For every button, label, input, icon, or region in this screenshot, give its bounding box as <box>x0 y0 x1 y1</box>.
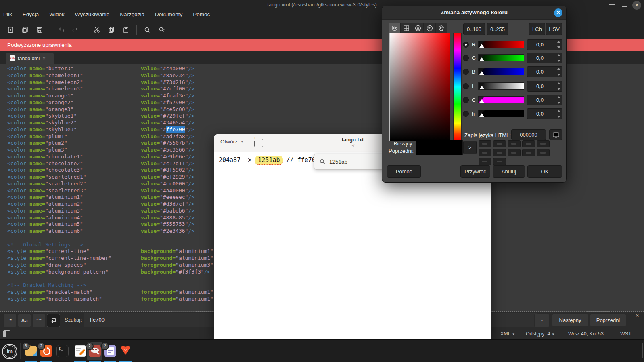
indent-selector[interactable]: Odstępy: 4 ▼ <box>526 328 555 339</box>
hsv-button[interactable]: HSV <box>546 23 562 35</box>
html-notation-input[interactable]: 000000 <box>511 129 546 140</box>
taskbar-app-file-manager[interactable]: 3 <box>25 345 37 357</box>
show-desktop-button[interactable] <box>642 343 643 358</box>
add-to-history-button[interactable]: > <box>463 141 477 154</box>
menu-dokumenty[interactable]: Dokumenty <box>155 11 182 17</box>
spinner-R[interactable] <box>556 40 561 49</box>
ok-button[interactable]: OK <box>527 165 562 178</box>
spinner-B[interactable] <box>556 67 561 76</box>
channel-value-h[interactable]: 0,0 <box>527 108 562 119</box>
history-swatch[interactable] <box>479 140 491 147</box>
gedit-text[interactable]: 204a87 ~> 1251ab // ffe700 <box>219 156 319 164</box>
channel-radio-B[interactable] <box>463 69 469 75</box>
menu-widok[interactable]: Widok <box>49 11 65 17</box>
channel-radio-C[interactable] <box>463 97 469 103</box>
save-button[interactable] <box>33 24 46 36</box>
close-icon[interactable]: × <box>632 1 641 10</box>
selector-tab-palette[interactable] <box>435 23 447 34</box>
side-panel-toggle-icon[interactable] <box>3 330 10 337</box>
taskbar-app-gimp[interactable]: 2 <box>89 345 101 357</box>
channel-radio-h[interactable] <box>463 111 469 117</box>
whole-word-button[interactable]: “” <box>32 314 46 327</box>
channel-slider-R[interactable] <box>478 41 524 48</box>
selector-tab-watercolor[interactable] <box>424 23 435 34</box>
channel-value-G[interactable]: 0,0 <box>527 53 562 63</box>
gedit-search-input[interactable]: 1251ab <box>329 159 347 165</box>
menu-wyszukiwanie[interactable]: Wyszukiwanie <box>75 11 109 17</box>
taskbar-app-terminal[interactable]: $_ <box>56 345 69 357</box>
search-replace-button[interactable] <box>156 24 168 36</box>
regex-toggle-button[interactable]: .* <box>3 314 17 327</box>
taskbar-app-notes[interactable]: 2 <box>104 345 116 357</box>
history-swatch[interactable] <box>479 149 491 156</box>
search-button[interactable] <box>141 24 153 36</box>
color-dialog[interactable]: Zmiana aktywnego koloru ✕ 0..100 0..255 … <box>382 6 567 183</box>
channel-value-B[interactable]: 0,0 <box>527 66 562 77</box>
channel-value-R[interactable]: 0,0 <box>527 39 562 50</box>
channel-radio-G[interactable] <box>463 55 469 61</box>
selector-tab-cmyk[interactable] <box>400 23 412 34</box>
history-swatch[interactable] <box>493 149 506 156</box>
saturation-value-square[interactable] <box>389 33 450 141</box>
next-button[interactable]: Następny <box>552 314 588 326</box>
dialog-close-icon[interactable]: ✕ <box>554 8 562 17</box>
history-swatch[interactable] <box>493 140 506 147</box>
channel-slider-h[interactable] <box>478 110 524 117</box>
menu-narzędzia[interactable]: Narzędzia <box>120 11 144 17</box>
open-documents-button[interactable] <box>19 24 31 36</box>
range-0-100-button[interactable]: 0..100 <box>463 23 485 35</box>
lch-button[interactable]: LCh <box>529 23 545 35</box>
channel-radio-L[interactable] <box>463 83 469 89</box>
channel-value-L[interactable]: 0,0 <box>527 81 562 92</box>
menu-edycja[interactable]: Edycja <box>23 11 39 17</box>
history-swatch[interactable] <box>537 149 550 156</box>
spinner-L[interactable] <box>556 82 561 91</box>
minimize-icon[interactable] <box>609 4 615 5</box>
taskbar-app-text-editor[interactable] <box>74 345 86 357</box>
menu-plik[interactable]: Plik <box>3 11 12 17</box>
channel-slider-G[interactable] <box>478 54 524 61</box>
channel-slider-B[interactable] <box>478 68 524 75</box>
help-button[interactable]: Pomoc <box>387 165 421 178</box>
channel-radio-R[interactable] <box>463 42 469 48</box>
history-swatch[interactable] <box>522 140 535 147</box>
tab-tango-xml[interactable]: </> tango.xml × <box>6 53 54 64</box>
history-swatch[interactable] <box>522 149 535 156</box>
mint-menu-button[interactable]: lm <box>2 344 17 359</box>
hue-strip[interactable] <box>453 33 462 141</box>
cut-button[interactable] <box>91 24 103 36</box>
cancel-button[interactable]: Anuluj <box>493 165 525 178</box>
history-swatch[interactable] <box>508 140 521 147</box>
history-swatch[interactable] <box>493 158 506 165</box>
history-swatch[interactable] <box>508 149 521 156</box>
current-color-label: Bieżący: <box>389 141 414 147</box>
search-options-dropdown[interactable]: ▼ <box>534 314 550 327</box>
spinner-h[interactable] <box>556 109 561 118</box>
spinner-C[interactable] <box>556 95 561 105</box>
history-swatch[interactable] <box>479 158 491 165</box>
new-document-button[interactable] <box>4 24 17 36</box>
selector-tab-prism[interactable] <box>412 23 424 34</box>
paste-button[interactable] <box>120 24 132 36</box>
channel-slider-C[interactable] <box>478 96 524 103</box>
search-close-icon[interactable]: ✕ <box>635 313 639 318</box>
channel-slider-L[interactable] <box>478 82 524 90</box>
range-0-255-button[interactable]: 0..255 <box>487 23 508 35</box>
channel-value-C[interactable]: 0,0 <box>527 95 562 105</box>
taskbar-app-brave[interactable] <box>119 345 132 357</box>
reset-button[interactable]: Przywróć <box>460 165 490 178</box>
tab-close-icon[interactable]: × <box>42 55 46 61</box>
pick-screen-color-button[interactable] <box>549 129 562 140</box>
taskbar-app-firefox[interactable]: 2 <box>40 345 52 357</box>
case-sensitive-button[interactable]: Aa <box>18 314 31 327</box>
previous-button[interactable]: Poprzedni <box>590 314 626 326</box>
copy-button[interactable] <box>105 24 117 36</box>
language-selector[interactable]: XML ▼ <box>500 328 515 339</box>
history-swatch[interactable] <box>537 140 550 147</box>
selector-tab-gimp-wilber[interactable] <box>389 23 400 34</box>
wrap-around-button[interactable] <box>47 314 60 327</box>
spinner-G[interactable] <box>556 53 561 63</box>
maximize-icon[interactable] <box>622 2 627 7</box>
menu-pomoc[interactable]: Pomoc <box>193 11 210 17</box>
desktop: tango.xml (/usr/share/gtksourceview-3.0/… <box>0 0 644 362</box>
